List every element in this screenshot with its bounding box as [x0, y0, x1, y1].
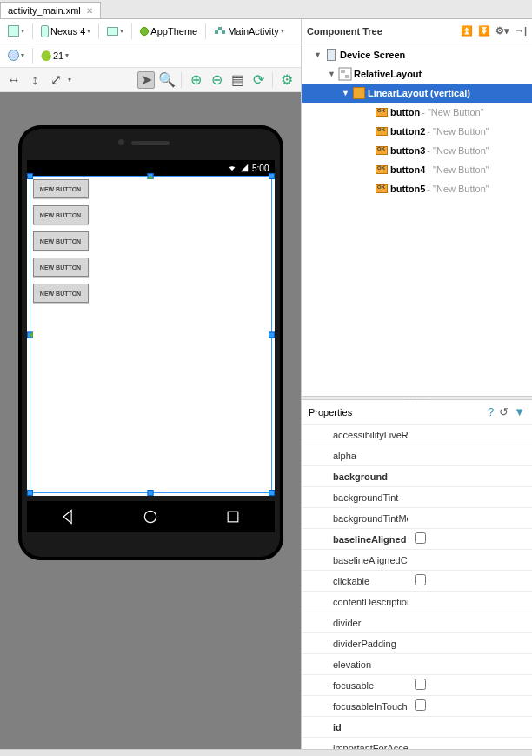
- svg-rect-1: [218, 27, 222, 30]
- tree-row-linearlayout-vertical-[interactable]: ▼LinearLayout (vertical): [302, 84, 532, 103]
- prop-value[interactable]: [408, 574, 532, 587]
- tree-label: button: [390, 107, 420, 117]
- prop-row-focusableInTouchM[interactable]: focusableInTouchM: [302, 696, 532, 717]
- sel-handle[interactable]: [269, 173, 275, 179]
- svg-rect-0: [215, 30, 218, 34]
- prop-name: accessibilityLiveReg: [302, 430, 408, 440]
- prop-checkbox[interactable]: [415, 679, 426, 690]
- prop-value[interactable]: [408, 532, 532, 545]
- design-canvas[interactable]: 5:00 NEW BUTTO: [0, 92, 301, 749]
- mock-button[interactable]: NEW BUTTON: [33, 258, 89, 277]
- tree-row-button[interactable]: button - "New Button": [302, 103, 532, 122]
- orientation-button[interactable]: ▾: [103, 24, 128, 38]
- prop-row-elevation[interactable]: elevation: [302, 654, 532, 675]
- tree-label: button3: [390, 145, 425, 156]
- expand-height-icon[interactable]: ↕: [26, 71, 43, 89]
- activity-selector[interactable]: MainActivity▾: [209, 23, 289, 40]
- tree-row-relativelayout[interactable]: ▼RelativeLayout: [302, 64, 532, 84]
- mock-button[interactable]: NEW BUTTON: [33, 231, 89, 251]
- collapse-tree-icon[interactable]: ⏬: [478, 25, 490, 37]
- hide-panel-icon[interactable]: →|: [515, 25, 527, 37]
- prop-checkbox[interactable]: [415, 699, 426, 711]
- palette-button[interactable]: ▾: [3, 23, 29, 39]
- pointer-tool[interactable]: ➤: [137, 71, 155, 89]
- mock-button[interactable]: NEW BUTTON: [33, 284, 89, 303]
- file-tab[interactable]: activity_main.xml ✕: [0, 2, 101, 18]
- caret-icon[interactable]: ▼: [328, 70, 336, 78]
- prop-checkbox[interactable]: [415, 532, 426, 544]
- sel-handle[interactable]: [27, 173, 33, 179]
- prop-row-background[interactable]: background: [302, 466, 532, 487]
- theme-label: AppTheme: [150, 26, 197, 37]
- prop-row-backgroundTint[interactable]: backgroundTint: [302, 487, 532, 508]
- undo-icon[interactable]: ↺: [499, 405, 509, 418]
- recent-icon[interactable]: [224, 508, 242, 525]
- prop-checkbox[interactable]: [415, 574, 426, 585]
- tree-row-button3[interactable]: button3 - "New Button": [302, 141, 532, 160]
- prop-row-focusable[interactable]: focusable: [302, 675, 532, 696]
- zoom-out-icon[interactable]: ⊖: [208, 71, 225, 89]
- zoom-fit-icon[interactable]: 🔍: [158, 71, 176, 89]
- expand-width-icon[interactable]: ↔: [5, 71, 23, 89]
- prop-row-backgroundTintMo[interactable]: backgroundTintMo: [302, 508, 532, 529]
- help-icon[interactable]: ?: [488, 405, 494, 418]
- caret-icon[interactable]: ▼: [342, 89, 350, 97]
- api-selector[interactable]: ⬤21▾: [37, 47, 73, 64]
- svg-point-3: [144, 511, 156, 522]
- prop-row-importantForAccess[interactable]: importantForAccess: [302, 738, 532, 749]
- locale-selector[interactable]: ▾: [3, 47, 29, 64]
- prop-row-accessibilityLiveReg[interactable]: accessibilityLiveReg: [302, 425, 532, 445]
- tree-row-device-screen[interactable]: ▼Device Screen: [302, 45, 532, 64]
- filter-icon[interactable]: ▼: [514, 405, 525, 418]
- prop-name: backgroundTintMo: [302, 513, 408, 524]
- layers-icon[interactable]: ▤: [229, 71, 246, 89]
- properties-table[interactable]: accessibilityLiveRegalphabackgroundbackg…: [302, 425, 532, 749]
- expand-both-icon[interactable]: ⤢: [47, 71, 64, 89]
- tree-label: button5: [390, 184, 425, 194]
- mock-button[interactable]: NEW BUTTON: [33, 205, 89, 224]
- prop-row-divider[interactable]: divider: [302, 612, 532, 633]
- refresh-icon[interactable]: ⟳: [249, 71, 267, 89]
- gear-icon[interactable]: ⚙: [278, 71, 296, 89]
- component-tree[interactable]: ▼Device Screen▼RelativeLayout▼LinearLayo…: [302, 43, 532, 396]
- expand-tree-icon[interactable]: ⏫: [461, 25, 473, 37]
- theme-selector[interactable]: AppTheme: [136, 23, 202, 39]
- wifi-icon: [228, 164, 236, 172]
- linear-layout-icon: [352, 86, 366, 100]
- caret-icon[interactable]: ▼: [314, 50, 323, 59]
- prop-value[interactable]: [408, 679, 532, 692]
- prop-row-baselineAlignedChi[interactable]: baselineAlignedChi: [302, 550, 532, 571]
- sel-handle[interactable]: [269, 331, 275, 338]
- tab-label: activity_main.xml: [8, 5, 81, 16]
- tab-bar: activity_main.xml ✕: [0, 0, 532, 19]
- tree-row-button4[interactable]: button4 - "New Button": [302, 160, 532, 179]
- sel-handle[interactable]: [269, 490, 275, 496]
- prop-row-dividerPadding[interactable]: dividerPadding: [302, 633, 532, 654]
- close-icon[interactable]: ✕: [86, 6, 93, 16]
- prop-row-clickable[interactable]: clickable: [302, 571, 532, 592]
- tree-row-button2[interactable]: button2 - "New Button": [302, 122, 532, 141]
- design-toolstrip: ↔ ↕ ⤢ ▾ ➤ 🔍 ⊕ ⊖ ▤ ⟳ ⚙: [0, 68, 301, 92]
- tree-row-button5[interactable]: button5 - "New Button": [302, 179, 532, 198]
- zoom-in-icon[interactable]: ⊕: [187, 71, 204, 89]
- sel-handle[interactable]: [27, 490, 33, 496]
- button-widget-icon: [375, 124, 389, 138]
- prop-row-alpha[interactable]: alpha: [302, 445, 532, 466]
- gear-icon[interactable]: ⚙▾: [495, 25, 509, 37]
- tree-label: RelativeLayout: [354, 69, 422, 79]
- phone-screen[interactable]: 5:00 NEW BUTTO: [27, 160, 275, 496]
- home-icon[interactable]: [142, 508, 159, 525]
- device-selector[interactable]: Nexus 4▾: [37, 23, 95, 40]
- sel-handle[interactable]: [148, 490, 154, 496]
- prop-row-id[interactable]: id: [302, 717, 532, 738]
- mock-button[interactable]: NEW BUTTON: [33, 179, 89, 198]
- back-icon[interactable]: [59, 508, 76, 525]
- prop-name: id: [302, 722, 408, 733]
- prop-value[interactable]: [408, 699, 532, 713]
- prop-name: importantForAccess: [302, 743, 408, 750]
- panel-title: Component Tree: [307, 26, 382, 37]
- prop-name: clickable: [302, 576, 408, 586]
- prop-row-contentDescription[interactable]: contentDescription: [302, 592, 532, 612]
- prop-row-baselineAligned[interactable]: baselineAligned: [302, 529, 532, 550]
- expand-dd[interactable]: ▾: [68, 76, 71, 84]
